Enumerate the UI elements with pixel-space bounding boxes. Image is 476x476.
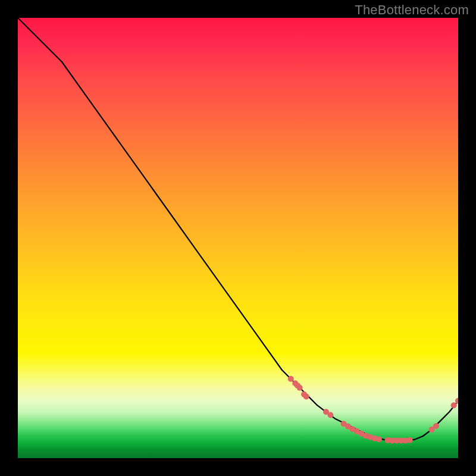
marker-group — [288, 376, 458, 444]
plot-area — [18, 18, 458, 458]
marker-dot — [376, 436, 382, 442]
marker-dot — [433, 423, 439, 429]
chart-svg — [18, 18, 458, 458]
marker-dot — [297, 385, 303, 391]
marker-dot — [327, 412, 333, 418]
watermark-text: TheBottleneck.com — [355, 2, 469, 18]
marker-dot — [288, 376, 294, 382]
chart-frame: TheBottleneck.com — [0, 0, 476, 476]
bottleneck-curve — [18, 18, 458, 440]
marker-dot — [303, 393, 309, 399]
marker-dot — [451, 402, 457, 408]
marker-dot — [455, 398, 458, 404]
marker-dot — [407, 437, 413, 443]
